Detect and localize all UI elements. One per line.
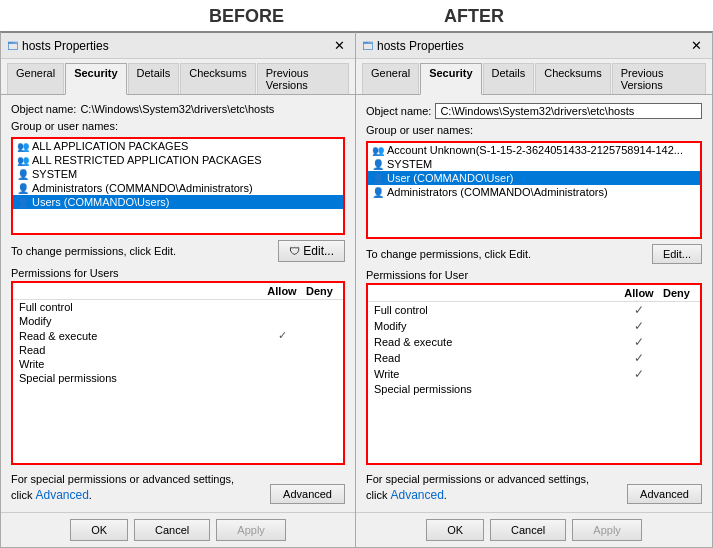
before-permissions-table: Allow Deny Full control Modify <box>11 281 345 465</box>
after-panel: 🗔 hosts Properties ✕ General Security De… <box>356 31 713 548</box>
group-icon: 👥 <box>17 155 29 166</box>
user-icon: 👤 <box>372 187 384 198</box>
tab-general-before[interactable]: General <box>7 63 64 94</box>
group-icon: 👥 <box>372 145 384 156</box>
before-close-button[interactable]: ✕ <box>329 36 349 56</box>
after-tabs: General Security Details Checksums Previ… <box>356 59 712 95</box>
list-item[interactable]: 👤 SYSTEM <box>368 157 700 171</box>
user-icon: 👤 <box>17 197 29 208</box>
tab-checksums-after[interactable]: Checksums <box>535 63 610 94</box>
after-apply-button[interactable]: Apply <box>572 519 642 541</box>
user-icon: 👤 <box>372 173 384 184</box>
before-advanced-text: For special permissions or advanced sett… <box>11 472 234 504</box>
after-cancel-button[interactable]: Cancel <box>490 519 566 541</box>
before-advanced-link[interactable]: Advanced <box>35 488 88 502</box>
before-group-label: Group or user names: <box>11 120 345 132</box>
before-cancel-button[interactable]: Cancel <box>134 519 210 541</box>
after-object-label: Object name: <box>366 105 431 117</box>
before-advanced-button[interactable]: Advanced <box>270 484 345 504</box>
tab-security-after[interactable]: Security <box>420 63 481 95</box>
user-icon: 👤 <box>372 159 384 170</box>
list-item[interactable]: 👤 Administrators (COMMANDO\Administrator… <box>13 181 343 195</box>
user-icon: 👤 <box>17 183 29 194</box>
before-edit-button[interactable]: 🛡 Edit... <box>278 240 345 262</box>
shield-icon: 🛡 <box>289 245 300 257</box>
after-edit-button[interactable]: Edit... <box>652 244 702 264</box>
before-window-icon: 🗔 <box>7 40 18 52</box>
before-dialog-title: hosts Properties <box>22 39 109 53</box>
list-item[interactable]: 👥 ALL APPLICATION PACKAGES <box>13 139 343 153</box>
before-object-value: C:\Windows\System32\drivers\etc\hosts <box>80 103 274 115</box>
before-ok-button[interactable]: OK <box>70 519 128 541</box>
before-titlebar: 🗔 hosts Properties ✕ <box>1 33 355 59</box>
before-object-label: Object name: <box>11 103 76 115</box>
tab-general-after[interactable]: General <box>362 63 419 94</box>
before-header-label: BEFORE <box>209 6 284 27</box>
list-item[interactable]: 👥 Account Unknown(S-1-15-2-3624051433-21… <box>368 143 700 157</box>
list-item[interactable]: 👤 SYSTEM <box>13 167 343 181</box>
before-apply-button[interactable]: Apply <box>216 519 286 541</box>
after-permissions-label: Permissions for User <box>366 269 702 281</box>
after-header-label: AFTER <box>444 6 504 27</box>
before-change-text: To change permissions, click Edit. <box>11 245 176 257</box>
list-item[interactable]: 👤 Administrators (COMMANDO\Administrator… <box>368 185 700 199</box>
tab-security-before[interactable]: Security <box>65 63 126 95</box>
after-advanced-text: For special permissions or advanced sett… <box>366 472 589 504</box>
list-item[interactable]: 👥 ALL RESTRICTED APPLICATION PACKAGES <box>13 153 343 167</box>
tab-details-after[interactable]: Details <box>483 63 535 94</box>
list-item-selected[interactable]: 👤 Users (COMMANDO\Users) <box>13 195 343 209</box>
after-advanced-link[interactable]: Advanced <box>390 488 443 502</box>
after-titlebar: 🗔 hosts Properties ✕ <box>356 33 712 59</box>
after-window-icon: 🗔 <box>362 40 373 52</box>
after-close-button[interactable]: ✕ <box>686 36 706 56</box>
tab-previous-versions-before[interactable]: Previous Versions <box>257 63 349 94</box>
after-permissions-table: Allow Deny Full control ✓ Modify ✓ <box>366 283 702 465</box>
after-group-label: Group or user names: <box>366 124 702 136</box>
after-advanced-button[interactable]: Advanced <box>627 484 702 504</box>
group-icon: 👥 <box>17 141 29 152</box>
tab-details-before[interactable]: Details <box>128 63 180 94</box>
before-panel: 🗔 hosts Properties ✕ General Security De… <box>0 31 356 548</box>
after-user-list[interactable]: 👥 Account Unknown(S-1-15-2-3624051433-21… <box>366 141 702 239</box>
after-ok-button[interactable]: OK <box>426 519 484 541</box>
before-tabs: General Security Details Checksums Previ… <box>1 59 355 95</box>
tab-checksums-before[interactable]: Checksums <box>180 63 255 94</box>
before-permissions-label: Permissions for Users <box>11 267 345 279</box>
before-user-list[interactable]: 👥 ALL APPLICATION PACKAGES 👥 ALL RESTRIC… <box>11 137 345 235</box>
list-item-selected[interactable]: 👤 User (COMMANDO\User) <box>368 171 700 185</box>
after-change-text: To change permissions, click Edit. <box>366 248 531 260</box>
user-icon: 👤 <box>17 169 29 180</box>
after-object-value-box: C:\Windows\System32\drivers\etc\hosts <box>435 103 702 119</box>
tab-previous-versions-after[interactable]: Previous Versions <box>612 63 706 94</box>
after-dialog-title: hosts Properties <box>377 39 464 53</box>
